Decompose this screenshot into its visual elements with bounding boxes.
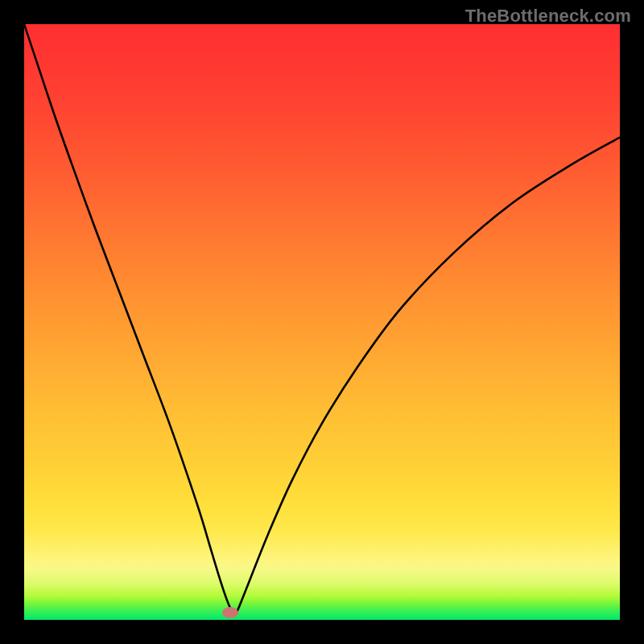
chart-frame: TheBottleneck.com [0,0,644,644]
curve-svg [24,24,620,620]
plot-area [24,24,620,620]
watermark-text: TheBottleneck.com [465,6,631,27]
min-marker [222,607,238,618]
bottleneck-curve [24,24,620,614]
